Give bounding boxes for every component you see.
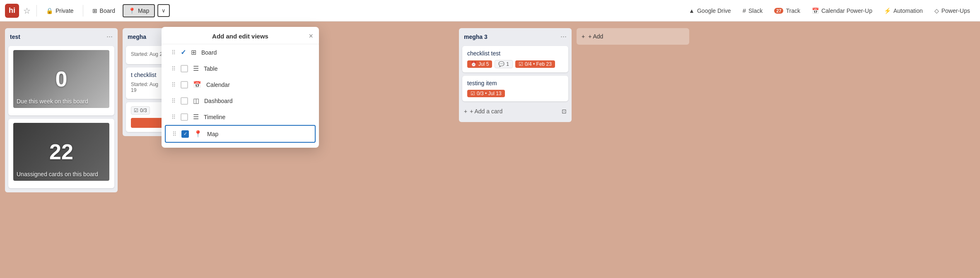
top-nav: hi ☆ 🔒 Private ⊞ Board 📍 Map ∨ ▲ Google … xyxy=(0,0,980,22)
timeline-view-icon: ☰ xyxy=(193,113,199,121)
calendar-icon: 📅 xyxy=(812,7,819,14)
timeline-view-label: Timeline xyxy=(204,114,225,120)
dashboard-view-icon: ◫ xyxy=(193,97,199,105)
copy-icon[interactable]: ⊡ xyxy=(562,108,567,115)
column-test-title: test xyxy=(10,34,20,40)
track-badge: 27 xyxy=(774,8,783,14)
drag-handle-calendar: ⠿ xyxy=(171,81,176,88)
table-checkbox[interactable] xyxy=(181,65,188,72)
map-label: Map xyxy=(138,7,149,14)
card-unassigned[interactable]: 22 Unassigned cards on this board xyxy=(8,119,114,188)
bolt-icon: ⚡ xyxy=(884,7,891,14)
gdrive-icon: ▲ xyxy=(689,7,695,14)
add-column-label: + Add xyxy=(588,33,603,40)
calendar-view-label: Calendar xyxy=(206,81,230,88)
logo[interactable]: hi xyxy=(5,4,19,18)
column-test-header: test ··· xyxy=(8,32,114,43)
checklist-icon-2: ☑ xyxy=(471,91,475,96)
column-test-menu[interactable]: ··· xyxy=(106,32,113,41)
card-checklist-test-title: checklist test xyxy=(467,50,563,57)
add-card-button[interactable]: + + Add a card ⊡ xyxy=(462,105,568,118)
star-icon[interactable]: ☆ xyxy=(22,4,32,17)
checklist-icon-1: ☑ xyxy=(519,61,523,67)
add-column-button[interactable]: + + Add xyxy=(577,28,689,45)
cover-number: 0 xyxy=(56,67,68,91)
dropdown-item-calendar[interactable]: ⠿ 📅 Calendar xyxy=(165,77,316,93)
column-megha3-menu[interactable]: ··· xyxy=(560,32,567,41)
calendar-view-icon: 📅 xyxy=(193,81,201,89)
add-card-label: + Add a card xyxy=(470,108,502,115)
dropdown-item-map[interactable]: ⠿ ✓ 📍 Map xyxy=(165,125,316,143)
table-view-label: Table xyxy=(204,65,217,72)
column-megha3-title: megha 3 xyxy=(464,34,488,40)
column-megha-title: megha xyxy=(128,34,146,40)
nav-divider-1 xyxy=(36,5,37,17)
private-label: Private xyxy=(56,7,74,14)
dropdown-header: Add and edit views × xyxy=(162,27,319,44)
slack-button[interactable]: # Slack xyxy=(738,5,768,17)
board-label: Board xyxy=(100,7,115,14)
nav-divider-2 xyxy=(83,5,83,17)
board-check-icon: ✓ xyxy=(181,48,186,56)
slack-label: Slack xyxy=(748,7,763,14)
badge-jul13-label: 0/3 • Jul 13 xyxy=(477,91,502,96)
card-checklist-test-badges: ⏰ Jul 5 💬 1 ☑ 0/4 • Feb 23 xyxy=(467,60,563,68)
checklist-03-icon: ☑ xyxy=(134,108,138,113)
drag-handle-dashboard: ⠿ xyxy=(171,98,176,104)
badge-jul5-label: Jul 5 xyxy=(478,61,489,67)
add-column-icon: + xyxy=(582,33,585,40)
plus-icon: + xyxy=(464,108,467,115)
dropdown-item-dashboard[interactable]: ⠿ ◫ Dashboard xyxy=(165,93,316,109)
drag-handle-board: ⠿ xyxy=(171,49,176,56)
nav-right: ▲ Google Drive # Slack 27 Track 📅 Calend… xyxy=(684,5,975,17)
automation-button[interactable]: ⚡ Automation xyxy=(879,5,928,17)
card-testing-item-badges: ☑ 0/3 • Jul 13 xyxy=(467,90,563,97)
badge-jul13: ☑ 0/3 • Jul 13 xyxy=(467,90,505,97)
map-button[interactable]: 📍 Map xyxy=(123,4,155,17)
column-megha3-header: megha 3 ··· xyxy=(462,32,568,43)
map-view-label: Map xyxy=(207,131,218,137)
dashboard-checkbox[interactable] xyxy=(181,97,188,105)
card-testing-item[interactable]: testing item ☑ 0/3 • Jul 13 xyxy=(462,76,568,101)
google-drive-button[interactable]: ▲ Google Drive xyxy=(684,5,736,17)
slack-icon: # xyxy=(743,7,746,14)
dropdown-item-table[interactable]: ⠿ ☰ Table xyxy=(165,60,316,77)
map-checkbox[interactable]: ✓ xyxy=(181,130,189,138)
badge-jul5: ⏰ Jul 5 xyxy=(467,60,492,68)
calendar-checkbox[interactable] xyxy=(181,81,188,89)
power-ups-label: Power-Ups xyxy=(941,7,970,14)
automation-label: Automation xyxy=(893,7,923,14)
card-testing-item-title: testing item xyxy=(467,80,563,86)
drag-handle-timeline: ⠿ xyxy=(171,114,176,120)
drag-handle-map: ⠿ xyxy=(172,131,176,137)
map-icon: 📍 xyxy=(128,7,135,14)
card-checklist-test[interactable]: checklist test ⏰ Jul 5 💬 1 ☑ 0/4 • Feb 2… xyxy=(462,46,568,72)
track-button[interactable]: 27 Track xyxy=(769,5,805,17)
column-megha3: megha 3 ··· checklist test ⏰ Jul 5 💬 1 ☑… xyxy=(459,28,572,122)
badge-comment-label: 1 xyxy=(506,61,509,67)
checklist-03-count: 0/3 xyxy=(140,108,147,113)
badge-feb23: ☑ 0/4 • Feb 23 xyxy=(515,60,555,68)
card-unassigned-cover: 22 Unassigned cards on this board xyxy=(13,123,109,181)
dashboard-view-label: Dashboard xyxy=(204,98,233,104)
board-button[interactable]: ⊞ Board xyxy=(87,5,120,17)
comment-icon: 💬 xyxy=(498,61,504,67)
calendar-label: Calendar Power-Up xyxy=(821,7,872,14)
board-view-label: Board xyxy=(201,49,217,56)
dropdown-item-board[interactable]: ⠿ ✓ ⊞ Board xyxy=(165,44,316,60)
views-dropdown-panel: Add and edit views × ⠿ ✓ ⊞ Board ⠿ ☰ Tab… xyxy=(162,27,319,148)
map-view-icon: 📍 xyxy=(194,130,202,138)
lock-icon: 🔒 xyxy=(46,7,53,14)
dropdown-item-timeline[interactable]: ⠿ ☰ Timeline xyxy=(165,109,316,125)
private-button[interactable]: 🔒 Private xyxy=(41,5,79,17)
dropdown-close-button[interactable]: × xyxy=(309,32,313,41)
calendar-powerup-button[interactable]: 📅 Calendar Power-Up xyxy=(807,5,877,17)
card-due-week-cover: 0 Due this week on this board xyxy=(13,50,109,108)
power-ups-button[interactable]: ◇ Power-Ups xyxy=(929,5,975,17)
drag-handle-table: ⠿ xyxy=(171,65,176,72)
dropdown-title: Add and edit views xyxy=(212,33,268,40)
card-cover-due-text: Due this week on this board xyxy=(17,98,88,105)
chevron-dropdown-button[interactable]: ∨ xyxy=(157,4,170,17)
timeline-checkbox[interactable] xyxy=(181,113,188,121)
card-due-week[interactable]: 0 Due this week on this board xyxy=(8,46,114,115)
